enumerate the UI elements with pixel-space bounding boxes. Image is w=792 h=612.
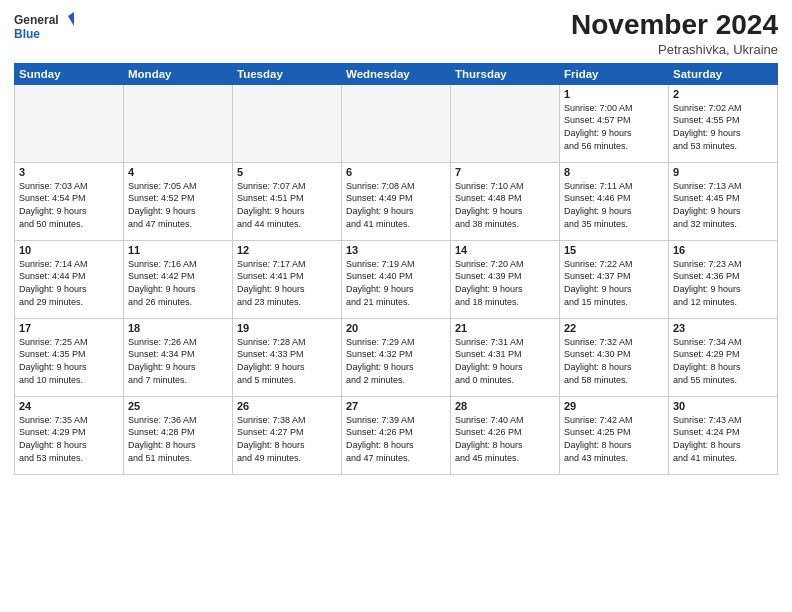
day-number: 1 (564, 88, 664, 100)
table-cell: 13Sunrise: 7:19 AM Sunset: 4:40 PM Dayli… (342, 240, 451, 318)
logo-svg: General Blue (14, 10, 74, 46)
day-info: Sunrise: 7:02 AM Sunset: 4:55 PM Dayligh… (673, 102, 773, 152)
location: Petrashivka, Ukraine (571, 42, 778, 57)
table-cell: 19Sunrise: 7:28 AM Sunset: 4:33 PM Dayli… (233, 318, 342, 396)
day-number: 27 (346, 400, 446, 412)
table-cell: 21Sunrise: 7:31 AM Sunset: 4:31 PM Dayli… (451, 318, 560, 396)
table-cell (233, 84, 342, 162)
header: General Blue November 2024 Petrashivka, … (14, 10, 778, 57)
table-cell: 20Sunrise: 7:29 AM Sunset: 4:32 PM Dayli… (342, 318, 451, 396)
day-info: Sunrise: 7:22 AM Sunset: 4:37 PM Dayligh… (564, 258, 664, 308)
week-row-4: 17Sunrise: 7:25 AM Sunset: 4:35 PM Dayli… (15, 318, 778, 396)
day-number: 15 (564, 244, 664, 256)
day-info: Sunrise: 7:29 AM Sunset: 4:32 PM Dayligh… (346, 336, 446, 386)
table-cell: 27Sunrise: 7:39 AM Sunset: 4:26 PM Dayli… (342, 396, 451, 474)
table-cell: 8Sunrise: 7:11 AM Sunset: 4:46 PM Daylig… (560, 162, 669, 240)
table-cell: 17Sunrise: 7:25 AM Sunset: 4:35 PM Dayli… (15, 318, 124, 396)
table-cell: 18Sunrise: 7:26 AM Sunset: 4:34 PM Dayli… (124, 318, 233, 396)
week-row-5: 24Sunrise: 7:35 AM Sunset: 4:29 PM Dayli… (15, 396, 778, 474)
table-cell: 22Sunrise: 7:32 AM Sunset: 4:30 PM Dayli… (560, 318, 669, 396)
day-number: 13 (346, 244, 446, 256)
day-number: 14 (455, 244, 555, 256)
day-number: 30 (673, 400, 773, 412)
table-cell: 4Sunrise: 7:05 AM Sunset: 4:52 PM Daylig… (124, 162, 233, 240)
day-number: 8 (564, 166, 664, 178)
week-row-1: 1Sunrise: 7:00 AM Sunset: 4:57 PM Daylig… (15, 84, 778, 162)
day-number: 9 (673, 166, 773, 178)
table-cell: 11Sunrise: 7:16 AM Sunset: 4:42 PM Dayli… (124, 240, 233, 318)
table-cell (124, 84, 233, 162)
day-info: Sunrise: 7:25 AM Sunset: 4:35 PM Dayligh… (19, 336, 119, 386)
day-info: Sunrise: 7:38 AM Sunset: 4:27 PM Dayligh… (237, 414, 337, 464)
table-cell: 10Sunrise: 7:14 AM Sunset: 4:44 PM Dayli… (15, 240, 124, 318)
day-number: 23 (673, 322, 773, 334)
table-cell: 12Sunrise: 7:17 AM Sunset: 4:41 PM Dayli… (233, 240, 342, 318)
day-info: Sunrise: 7:39 AM Sunset: 4:26 PM Dayligh… (346, 414, 446, 464)
page: General Blue November 2024 Petrashivka, … (0, 0, 792, 612)
day-info: Sunrise: 7:26 AM Sunset: 4:34 PM Dayligh… (128, 336, 228, 386)
table-cell: 30Sunrise: 7:43 AM Sunset: 4:24 PM Dayli… (669, 396, 778, 474)
table-cell: 3Sunrise: 7:03 AM Sunset: 4:54 PM Daylig… (15, 162, 124, 240)
month-title: November 2024 (571, 10, 778, 41)
table-cell: 23Sunrise: 7:34 AM Sunset: 4:29 PM Dayli… (669, 318, 778, 396)
day-info: Sunrise: 7:42 AM Sunset: 4:25 PM Dayligh… (564, 414, 664, 464)
title-block: November 2024 Petrashivka, Ukraine (571, 10, 778, 57)
day-info: Sunrise: 7:03 AM Sunset: 4:54 PM Dayligh… (19, 180, 119, 230)
table-cell: 5Sunrise: 7:07 AM Sunset: 4:51 PM Daylig… (233, 162, 342, 240)
table-cell: 15Sunrise: 7:22 AM Sunset: 4:37 PM Dayli… (560, 240, 669, 318)
day-info: Sunrise: 7:10 AM Sunset: 4:48 PM Dayligh… (455, 180, 555, 230)
day-info: Sunrise: 7:11 AM Sunset: 4:46 PM Dayligh… (564, 180, 664, 230)
day-info: Sunrise: 7:07 AM Sunset: 4:51 PM Dayligh… (237, 180, 337, 230)
day-info: Sunrise: 7:32 AM Sunset: 4:30 PM Dayligh… (564, 336, 664, 386)
day-info: Sunrise: 7:28 AM Sunset: 4:33 PM Dayligh… (237, 336, 337, 386)
table-cell: 6Sunrise: 7:08 AM Sunset: 4:49 PM Daylig… (342, 162, 451, 240)
day-number: 5 (237, 166, 337, 178)
day-info: Sunrise: 7:14 AM Sunset: 4:44 PM Dayligh… (19, 258, 119, 308)
day-info: Sunrise: 7:43 AM Sunset: 4:24 PM Dayligh… (673, 414, 773, 464)
table-cell: 25Sunrise: 7:36 AM Sunset: 4:28 PM Dayli… (124, 396, 233, 474)
day-info: Sunrise: 7:17 AM Sunset: 4:41 PM Dayligh… (237, 258, 337, 308)
table-cell: 29Sunrise: 7:42 AM Sunset: 4:25 PM Dayli… (560, 396, 669, 474)
week-row-3: 10Sunrise: 7:14 AM Sunset: 4:44 PM Dayli… (15, 240, 778, 318)
col-saturday: Saturday (669, 63, 778, 84)
day-number: 4 (128, 166, 228, 178)
day-number: 17 (19, 322, 119, 334)
day-number: 21 (455, 322, 555, 334)
day-number: 7 (455, 166, 555, 178)
col-wednesday: Wednesday (342, 63, 451, 84)
day-info: Sunrise: 7:23 AM Sunset: 4:36 PM Dayligh… (673, 258, 773, 308)
day-info: Sunrise: 7:31 AM Sunset: 4:31 PM Dayligh… (455, 336, 555, 386)
col-thursday: Thursday (451, 63, 560, 84)
day-number: 6 (346, 166, 446, 178)
table-cell: 24Sunrise: 7:35 AM Sunset: 4:29 PM Dayli… (15, 396, 124, 474)
col-tuesday: Tuesday (233, 63, 342, 84)
day-info: Sunrise: 7:08 AM Sunset: 4:49 PM Dayligh… (346, 180, 446, 230)
day-number: 24 (19, 400, 119, 412)
day-number: 2 (673, 88, 773, 100)
table-cell: 9Sunrise: 7:13 AM Sunset: 4:45 PM Daylig… (669, 162, 778, 240)
logo: General Blue (14, 10, 74, 46)
day-number: 28 (455, 400, 555, 412)
calendar-table: Sunday Monday Tuesday Wednesday Thursday… (14, 63, 778, 475)
table-cell: 14Sunrise: 7:20 AM Sunset: 4:39 PM Dayli… (451, 240, 560, 318)
day-info: Sunrise: 7:35 AM Sunset: 4:29 PM Dayligh… (19, 414, 119, 464)
day-number: 16 (673, 244, 773, 256)
table-cell: 16Sunrise: 7:23 AM Sunset: 4:36 PM Dayli… (669, 240, 778, 318)
table-cell: 7Sunrise: 7:10 AM Sunset: 4:48 PM Daylig… (451, 162, 560, 240)
calendar-header-row: Sunday Monday Tuesday Wednesday Thursday… (15, 63, 778, 84)
day-info: Sunrise: 7:16 AM Sunset: 4:42 PM Dayligh… (128, 258, 228, 308)
day-info: Sunrise: 7:40 AM Sunset: 4:26 PM Dayligh… (455, 414, 555, 464)
table-cell: 28Sunrise: 7:40 AM Sunset: 4:26 PM Dayli… (451, 396, 560, 474)
day-number: 29 (564, 400, 664, 412)
day-info: Sunrise: 7:13 AM Sunset: 4:45 PM Dayligh… (673, 180, 773, 230)
day-number: 20 (346, 322, 446, 334)
day-number: 25 (128, 400, 228, 412)
day-info: Sunrise: 7:05 AM Sunset: 4:52 PM Dayligh… (128, 180, 228, 230)
day-number: 12 (237, 244, 337, 256)
day-number: 18 (128, 322, 228, 334)
svg-text:General: General (14, 13, 59, 27)
table-cell (451, 84, 560, 162)
day-info: Sunrise: 7:36 AM Sunset: 4:28 PM Dayligh… (128, 414, 228, 464)
day-number: 22 (564, 322, 664, 334)
day-number: 11 (128, 244, 228, 256)
